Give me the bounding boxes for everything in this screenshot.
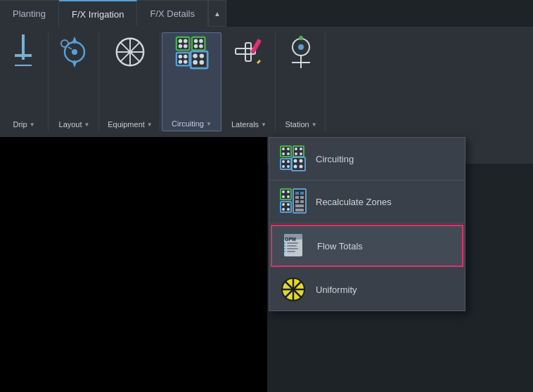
svg-point-17 <box>178 39 182 44</box>
svg-rect-79 <box>295 209 304 211</box>
svg-point-69 <box>282 195 285 198</box>
tab-fx-details[interactable]: F/X Details <box>137 0 208 27</box>
svg-point-64 <box>294 165 297 169</box>
ribbon-group-laterals[interactable]: Laterals ▼ <box>223 32 276 131</box>
svg-marker-8 <box>72 63 77 67</box>
svg-point-67 <box>282 190 285 193</box>
drip-icon <box>7 35 41 69</box>
svg-point-25 <box>199 44 203 48</box>
svg-point-68 <box>287 190 290 193</box>
svg-marker-39 <box>257 60 261 64</box>
tab-planting[interactable]: Planting <box>0 0 59 27</box>
svg-point-58 <box>287 160 290 163</box>
svg-point-81 <box>282 203 285 206</box>
svg-point-82 <box>287 203 290 206</box>
dropdown-circuiting-icon <box>279 145 307 173</box>
svg-rect-78 <box>295 204 304 207</box>
svg-point-4 <box>72 49 77 55</box>
svg-rect-88 <box>287 242 298 244</box>
dropdown-item-flow-totals[interactable]: GPM Flow Totals <box>271 225 463 267</box>
svg-rect-72 <box>295 192 299 195</box>
svg-point-22 <box>193 39 198 44</box>
ribbon-group-circuiting[interactable]: Circuiting ▼ <box>162 32 221 131</box>
svg-point-33 <box>199 53 203 58</box>
svg-rect-21 <box>192 37 205 50</box>
svg-rect-66 <box>281 189 291 200</box>
svg-point-48 <box>287 148 290 150</box>
svg-rect-92 <box>284 242 285 244</box>
laterals-label: Laterals ▼ <box>231 120 266 129</box>
svg-line-10 <box>68 47 72 49</box>
svg-rect-26 <box>176 53 188 65</box>
svg-point-60 <box>287 165 290 168</box>
svg-rect-91 <box>287 251 295 252</box>
svg-point-54 <box>295 152 297 155</box>
svg-point-84 <box>287 208 290 211</box>
svg-rect-75 <box>300 196 304 199</box>
ribbon-group-equipment[interactable]: Equipment ▼ <box>101 32 160 131</box>
circuiting-label: Circuiting ▼ <box>172 119 212 128</box>
svg-point-70 <box>287 195 290 198</box>
svg-rect-51 <box>293 146 304 157</box>
svg-point-35 <box>199 60 203 65</box>
tab-arrow-button[interactable]: ▲ <box>208 0 226 27</box>
svg-rect-76 <box>295 200 299 203</box>
svg-point-62 <box>294 159 297 163</box>
dropdown-item-recalculate[interactable]: Recalculate Zones <box>269 181 465 223</box>
station-icon <box>284 35 318 69</box>
svg-point-53 <box>300 148 302 150</box>
svg-point-27 <box>178 55 182 59</box>
dropdown-flow-totals-label: Flow Totals <box>317 241 363 251</box>
svg-point-55 <box>300 152 302 155</box>
tab-bar: Planting F/X Irrigation F/X Details ▲ <box>0 0 533 27</box>
dropdown-item-circuiting[interactable]: Circuiting <box>269 138 465 181</box>
svg-rect-80 <box>281 202 291 212</box>
svg-point-9 <box>61 40 68 47</box>
svg-point-30 <box>184 60 188 64</box>
svg-point-59 <box>282 165 285 168</box>
svg-point-28 <box>184 55 188 59</box>
dropdown-recalculate-label: Recalculate Zones <box>316 197 392 207</box>
dropdown-recalculate-icon <box>279 188 307 216</box>
svg-point-65 <box>300 165 303 169</box>
circuiting-icon-large <box>175 36 209 70</box>
equipment-icon <box>113 35 147 69</box>
svg-point-63 <box>300 159 303 163</box>
svg-rect-16 <box>176 37 188 50</box>
dropdown-item-uniformity[interactable]: Uniformity <box>269 268 465 311</box>
svg-rect-74 <box>295 196 299 199</box>
svg-point-57 <box>282 160 285 163</box>
svg-rect-46 <box>281 146 291 157</box>
canvas-area <box>0 137 267 392</box>
svg-point-23 <box>199 39 203 44</box>
svg-point-45 <box>299 36 303 40</box>
drip-label: Drip ▼ <box>13 120 34 129</box>
svg-point-19 <box>178 44 182 48</box>
layout-label: Layout ▼ <box>59 120 90 129</box>
svg-rect-77 <box>300 200 304 203</box>
dropdown-uniformity-label: Uniformity <box>316 285 357 295</box>
dropdown-circuiting-label: Circuiting <box>316 154 354 164</box>
tab-fx-irrigation[interactable]: F/X Irrigation <box>59 0 137 27</box>
svg-rect-31 <box>191 51 207 68</box>
svg-point-34 <box>193 60 197 65</box>
svg-rect-90 <box>287 248 298 249</box>
svg-rect-89 <box>287 245 297 247</box>
circuiting-dropdown: Circuiting <box>269 137 465 311</box>
svg-point-47 <box>282 148 285 150</box>
equipment-label: Equipment ▼ <box>108 120 153 129</box>
dropdown-uniformity-icon <box>279 275 307 303</box>
svg-point-24 <box>193 44 198 48</box>
ribbon-content: Drip ▼ <box>0 27 533 137</box>
svg-point-52 <box>295 148 297 150</box>
station-label: Station ▼ <box>285 120 316 129</box>
layout-icon <box>58 35 91 69</box>
laterals-icon <box>232 35 266 69</box>
svg-point-32 <box>193 53 197 58</box>
ribbon-group-layout[interactable]: Layout ▼ <box>50 32 99 131</box>
dropdown-flow-totals-icon: GPM <box>281 232 309 260</box>
ribbon-group-drip[interactable]: Drip ▼ <box>0 32 49 131</box>
svg-point-50 <box>287 152 290 155</box>
ribbon-group-station[interactable]: Station ▼ <box>277 32 326 131</box>
svg-point-49 <box>282 152 285 155</box>
